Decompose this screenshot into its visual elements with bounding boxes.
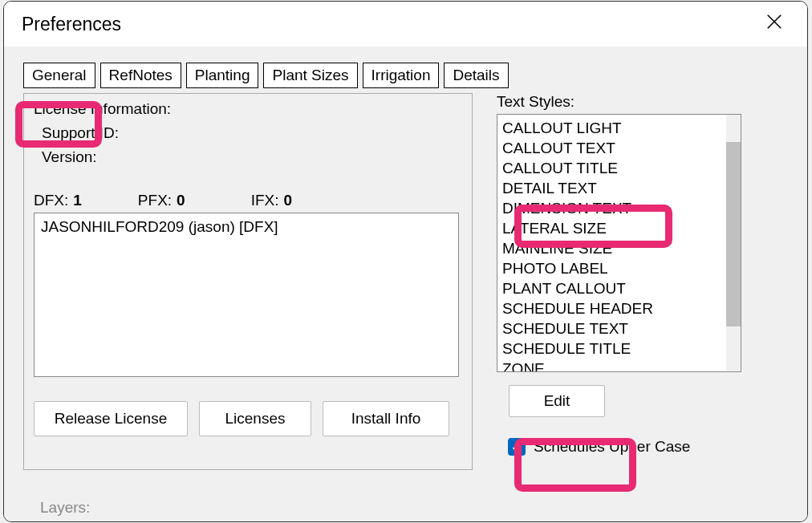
license-counts-row: DFX: 1 PFX: 0 IFX: 0 — [34, 192, 462, 209]
license-panel: License Information: Support ID: Version… — [23, 93, 473, 470]
text-styles-label: Text Styles: — [497, 93, 780, 111]
dfx-label: DFX: — [34, 192, 68, 209]
layers-label: Layers: — [40, 499, 90, 517]
pfx-value: 0 — [177, 192, 185, 209]
titlebar: Preferences — [4, 2, 807, 47]
list-item[interactable]: DIMENSION TEXT — [502, 198, 726, 218]
list-item[interactable]: MAINLINE SIZE — [502, 238, 726, 258]
version-label: Version: — [42, 148, 462, 166]
scrollbar-thumb[interactable] — [726, 142, 741, 326]
close-icon[interactable] — [759, 10, 790, 39]
license-area: Support ID: Version: — [34, 124, 462, 166]
preferences-window: Preferences General RefNotes Planting Pl… — [3, 1, 808, 522]
text-styles-items: CALLOUT LIGHT CALLOUT TEXT CALLOUT TITLE… — [497, 115, 726, 371]
window-title: Preferences — [22, 14, 121, 35]
tab-planting[interactable]: Planting — [186, 63, 259, 88]
dfx-pair: DFX: 1 — [34, 192, 82, 209]
tab-general[interactable]: General — [23, 63, 95, 88]
license-entry: JASONHILFORD209 (jason) [DFX] — [41, 218, 452, 236]
list-item[interactable]: CALLOUT TEXT — [502, 138, 726, 158]
schedules-upper-case-label: Schedules Upper Case — [534, 438, 690, 456]
list-item[interactable]: LATERAL SIZE — [502, 218, 726, 238]
schedules-upper-case-checkbox[interactable] — [508, 438, 526, 456]
list-item[interactable]: DETAIL TEXT — [502, 178, 726, 198]
list-item[interactable]: PLANT CALLOUT — [502, 278, 726, 298]
license-listbox[interactable]: JASONHILFORD209 (jason) [DFX] — [34, 213, 459, 377]
tab-plant-sizes[interactable]: Plant Sizes — [263, 63, 357, 88]
content-area: General RefNotes Planting Plant Sizes Ir… — [4, 47, 807, 521]
tabs: General RefNotes Planting Plant Sizes Ir… — [4, 47, 807, 88]
pfx-label: PFX: — [138, 192, 172, 209]
list-item[interactable]: ZONE — [502, 359, 726, 372]
licenses-button[interactable]: Licenses — [199, 401, 311, 436]
text-styles-panel: Text Styles: CALLOUT LIGHT CALLOUT TEXT … — [497, 93, 780, 470]
license-section-label: License Information: — [34, 100, 462, 118]
list-item[interactable]: PHOTO LABEL — [502, 258, 726, 278]
install-info-button[interactable]: Install Info — [323, 401, 449, 436]
support-id-label: Support ID: — [42, 124, 462, 142]
edit-button[interactable]: Edit — [509, 385, 605, 417]
ifx-label: IFX: — [251, 192, 279, 209]
text-styles-listbox[interactable]: CALLOUT LIGHT CALLOUT TEXT CALLOUT TITLE… — [497, 114, 741, 372]
list-item[interactable]: CALLOUT LIGHT — [502, 118, 726, 138]
release-license-button[interactable]: Release License — [34, 401, 188, 436]
check-icon — [511, 441, 523, 453]
scrollbar-track[interactable] — [726, 115, 741, 371]
schedules-upper-case-row: Schedules Upper Case — [508, 438, 780, 456]
main-columns: License Information: Support ID: Version… — [4, 88, 807, 470]
dfx-value: 1 — [73, 192, 82, 209]
list-item[interactable]: SCHEDULE TEXT — [502, 318, 726, 339]
tab-details[interactable]: Details — [444, 63, 508, 88]
list-item[interactable]: SCHEDULE HEADER — [502, 298, 726, 318]
list-item[interactable]: CALLOUT TITLE — [502, 158, 726, 178]
list-item[interactable]: SCHEDULE TITLE — [502, 339, 726, 359]
license-buttons-row: Release License Licenses Install Info — [34, 401, 462, 436]
tab-irrigation[interactable]: Irrigation — [363, 63, 440, 88]
tab-refnotes[interactable]: RefNotes — [100, 63, 181, 88]
ifx-value: 0 — [284, 192, 293, 209]
ifx-pair: IFX: 0 — [251, 192, 292, 209]
pfx-pair: PFX: 0 — [138, 192, 185, 209]
